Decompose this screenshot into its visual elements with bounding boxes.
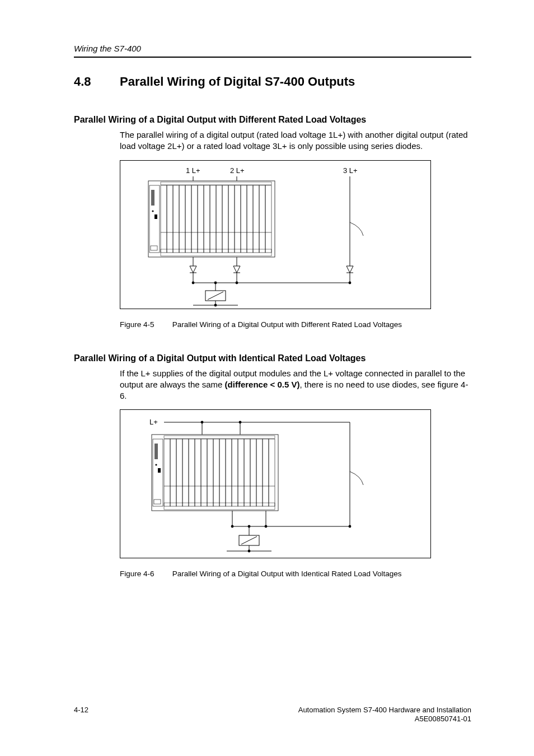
page-number: 4-12	[74, 706, 88, 714]
diode-1-icon	[190, 266, 196, 273]
svg-point-44	[349, 281, 352, 284]
figure-caption-text: Parallel Wiring of a Digital Output with…	[172, 570, 402, 578]
figure-4-6: L+	[120, 409, 431, 558]
svg-marker-33	[233, 266, 240, 273]
svg-rect-17	[228, 185, 235, 253]
svg-rect-23	[265, 185, 271, 253]
svg-point-89	[349, 525, 352, 528]
svg-rect-75	[238, 439, 244, 506]
body-2: If the L+ supplies of the digital output…	[120, 368, 471, 402]
svg-rect-74	[232, 439, 238, 506]
svg-rect-73	[226, 439, 232, 506]
figure-4-5-caption: Figure 4-5 Parallel Wiring of a Digital …	[120, 320, 471, 329]
svg-rect-57	[152, 435, 278, 511]
svg-rect-9	[179, 185, 185, 253]
svg-rect-62	[154, 500, 161, 504]
label-3l: 3 L+	[343, 166, 358, 175]
svg-rect-59	[154, 444, 158, 459]
page-footer: 4-12 Automation System S7-400 Hardware a…	[74, 706, 471, 724]
svg-rect-69	[201, 439, 207, 506]
svg-rect-2	[151, 190, 154, 206]
svg-rect-80	[269, 439, 275, 506]
svg-rect-20	[247, 185, 253, 253]
running-head: Wiring the S7-400	[74, 44, 471, 53]
svg-rect-7	[167, 185, 173, 253]
svg-rect-81	[164, 436, 275, 438]
svg-rect-67	[189, 439, 195, 506]
figure-number: Figure 4-6	[120, 570, 170, 578]
figure-caption-text: Parallel Wiring of a Digital Output with…	[172, 320, 402, 329]
diode-2-icon	[233, 266, 240, 273]
svg-point-42	[192, 281, 195, 284]
figure-4-5: 1 L+ 2 L+ 3 L+	[120, 160, 431, 309]
footer-line2: A5E00850741-01	[298, 715, 471, 724]
svg-marker-31	[190, 266, 196, 273]
svg-point-3	[152, 210, 153, 212]
svg-rect-10	[185, 185, 191, 253]
svg-point-50	[214, 304, 217, 306]
svg-rect-68	[195, 439, 201, 506]
svg-rect-11	[191, 185, 198, 253]
svg-rect-76	[244, 439, 250, 506]
svg-rect-16	[222, 185, 228, 253]
diode-3-icon	[346, 266, 353, 273]
svg-point-60	[155, 464, 157, 466]
svg-rect-65	[176, 439, 182, 506]
svg-marker-35	[346, 266, 353, 273]
svg-rect-70	[207, 439, 213, 506]
svg-rect-64	[170, 439, 176, 506]
footer-line1: Automation System S7-400 Hardware and In…	[298, 706, 471, 715]
figure-number: Figure 4-5	[120, 320, 170, 329]
svg-rect-71	[213, 439, 219, 506]
svg-line-47	[208, 292, 223, 300]
body-1: The parallel wiring of a digital output …	[120, 129, 471, 152]
section-number: 4.8	[74, 74, 120, 89]
svg-rect-15	[216, 185, 222, 253]
section-heading: 4.8 Parallel Wiring of Digital S7-400 Ou…	[74, 74, 471, 89]
svg-rect-19	[241, 185, 247, 253]
svg-rect-66	[182, 439, 189, 506]
figure-4-6-caption: Figure 4-6 Parallel Wiring of a Digital …	[120, 570, 471, 578]
svg-rect-14	[210, 185, 216, 253]
svg-rect-6	[161, 185, 167, 253]
svg-rect-22	[259, 185, 265, 253]
svg-rect-78	[256, 439, 263, 506]
svg-point-95	[248, 550, 251, 553]
svg-rect-77	[250, 439, 256, 506]
svg-rect-24	[161, 182, 271, 185]
svg-rect-8	[173, 185, 179, 253]
svg-point-43	[236, 281, 238, 284]
label-l: L+	[149, 418, 158, 426]
svg-point-87	[231, 525, 234, 528]
svg-rect-21	[253, 185, 259, 253]
svg-rect-5	[151, 246, 157, 250]
subhead-1: Parallel Wiring of a Digital Output with…	[74, 115, 471, 125]
svg-point-88	[265, 525, 268, 528]
svg-rect-0	[148, 181, 275, 257]
label-2l: 2 L+	[230, 166, 245, 175]
svg-rect-72	[219, 439, 226, 506]
svg-rect-13	[204, 185, 210, 253]
subhead-2: Parallel Wiring of a Digital Output with…	[74, 353, 471, 363]
header-rule	[74, 57, 471, 58]
label-1l: 1 L+	[186, 166, 200, 175]
svg-rect-79	[263, 439, 269, 506]
svg-rect-4	[154, 214, 157, 219]
svg-rect-63	[164, 439, 170, 506]
section-title: Parallel Wiring of Digital S7-400 Output…	[120, 74, 355, 89]
svg-line-92	[241, 536, 257, 544]
svg-rect-12	[198, 185, 204, 253]
svg-rect-18	[235, 185, 241, 253]
svg-rect-61	[158, 468, 161, 473]
